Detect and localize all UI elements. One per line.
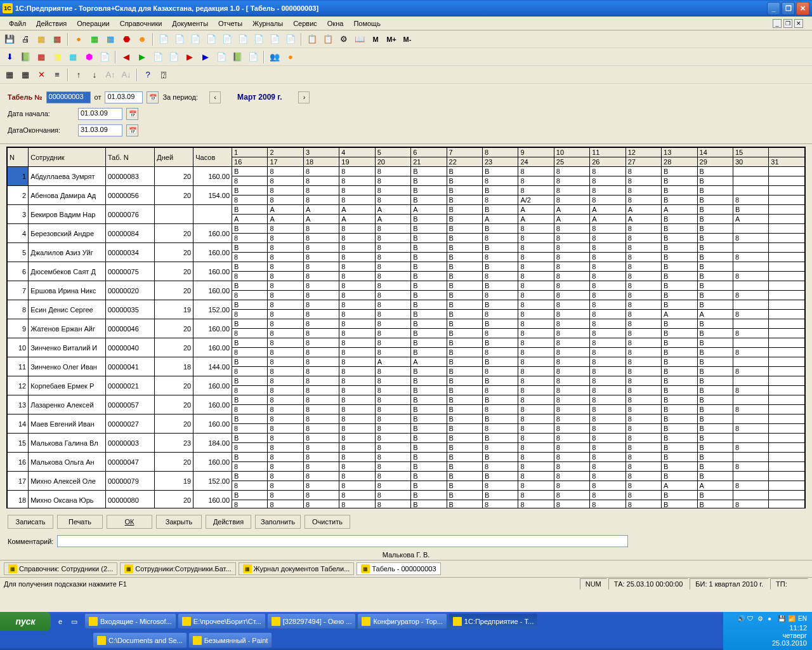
- taskbar-task[interactable]: 1С:Предприятие - Т...: [449, 613, 538, 629]
- period-prev-button[interactable]: ‹: [209, 91, 221, 103]
- table-row[interactable]: 3Бекиров Вадим Нар00000076ВАААААВВАААААВ…: [8, 205, 805, 215]
- table-row[interactable]: 12Корпебаев Ермек Р0000002120160.00В8888…: [8, 376, 805, 386]
- tool-icon[interactable]: 📄: [268, 32, 282, 46]
- calendar-icon[interactable]: 📅: [126, 124, 138, 136]
- menu-documents[interactable]: Документы: [167, 18, 213, 29]
- tool-icon[interactable]: ▦: [34, 32, 48, 46]
- tool-icon[interactable]: ▦: [3, 68, 16, 82]
- tool-icon[interactable]: 📄: [246, 50, 260, 64]
- menu-journals[interactable]: Журналы: [247, 18, 288, 29]
- end-input[interactable]: 31.03.09: [78, 124, 122, 136]
- tray-icon[interactable]: ⚙: [757, 615, 766, 624]
- whatsthis-icon[interactable]: ⍰: [157, 68, 171, 82]
- tool-icon[interactable]: ⬢: [82, 50, 96, 64]
- sort-desc-icon[interactable]: A↓: [119, 68, 133, 82]
- tool-icon[interactable]: ▦: [66, 50, 80, 64]
- taskbar-task[interactable]: Безымянный - Paint: [188, 632, 273, 648]
- table-row[interactable]: 9Жатенов Ержан Айг0000004620160.00В8888В…: [8, 319, 805, 329]
- menu-references[interactable]: Справочники: [115, 18, 167, 29]
- tool-icon[interactable]: 📄: [236, 32, 250, 46]
- tool-icon[interactable]: ≡: [50, 68, 64, 82]
- sort-asc-icon[interactable]: A↑: [103, 68, 117, 82]
- window-tab[interactable]: ▦Журнал документов Табели...: [239, 562, 355, 575]
- ie-icon[interactable]: e: [55, 616, 66, 627]
- m-button[interactable]: M: [369, 32, 383, 46]
- desktop-icon[interactable]: ▭: [69, 616, 80, 627]
- tool-icon[interactable]: ✕: [34, 68, 48, 82]
- menu-operations[interactable]: Операции: [72, 18, 114, 29]
- tool-icon[interactable]: ▦: [50, 50, 64, 64]
- tool-icon[interactable]: 📄: [151, 50, 165, 64]
- mdi-restore-icon[interactable]: ❐: [783, 19, 792, 28]
- tool-icon[interactable]: 📄: [214, 50, 228, 64]
- table-row[interactable]: 8Есин Денис Сергее0000003519152.00В8888В…: [8, 300, 805, 310]
- mdi-close-icon[interactable]: ✕: [794, 19, 803, 28]
- ok-button[interactable]: ОК: [107, 515, 152, 529]
- table-row[interactable]: 14Маев Евгений Иван0000002720160.00В8888…: [8, 415, 805, 424]
- comment-input[interactable]: [57, 535, 628, 547]
- period-next-button[interactable]: ›: [298, 91, 310, 103]
- calendar-icon[interactable]: 📅: [126, 108, 138, 120]
- tool-icon[interactable]: ▶: [183, 50, 197, 64]
- tool-icon[interactable]: ▦: [88, 32, 102, 46]
- tool-icon[interactable]: 📄: [252, 32, 266, 46]
- table-row[interactable]: 5Джалилов Азиз Уйг0000003420160.00В8888В…: [8, 243, 805, 253]
- table-row[interactable]: 17Михно Алексей Оле0000007919152.00В8888…: [8, 472, 805, 481]
- table-row[interactable]: 1Абдуллаева Зумрят0000008320160.00В8888В…: [8, 167, 805, 176]
- table-row[interactable]: 10Зинченко Виталий И0000004020160.00В888…: [8, 338, 805, 348]
- tool-icon[interactable]: ⬣: [119, 32, 133, 46]
- help-icon[interactable]: ?: [141, 68, 155, 82]
- mdi-minimize-icon[interactable]: _: [773, 19, 782, 28]
- close2-button[interactable]: Закрыть: [156, 515, 202, 529]
- tray-icon[interactable]: 📶: [788, 615, 797, 624]
- menu-service[interactable]: Сервис: [288, 18, 322, 29]
- menu-windows[interactable]: Окна: [322, 18, 349, 29]
- table-row[interactable]: 16Малькова Ольга Ан0000004720160.00В8888…: [8, 453, 805, 462]
- down-arrow-icon[interactable]: ⬇: [3, 50, 16, 64]
- table-row[interactable]: 15Малькова Галина Вл0000000323184.00В888…: [8, 434, 805, 443]
- tray-icon[interactable]: 🛡: [747, 615, 756, 624]
- tool-icon[interactable]: 👥: [268, 50, 282, 64]
- tool-icon[interactable]: 📄: [284, 32, 298, 46]
- actions-button[interactable]: Действия: [206, 515, 251, 529]
- tool-icon[interactable]: ●: [284, 50, 298, 64]
- table-row[interactable]: 13Лазаренко Алексей0000005720160.00В8888…: [8, 395, 805, 405]
- timesheet-grid[interactable]: NСотрудникТаб. NДнейЧасов123456789101112…: [6, 147, 806, 508]
- tool-icon[interactable]: ▶: [199, 50, 213, 64]
- save-button[interactable]: Записать: [8, 515, 53, 529]
- clear-button[interactable]: Очистить: [304, 515, 350, 529]
- table-row[interactable]: 18Михно Оксана Юрь0000008020160.00В8888В…: [8, 491, 805, 500]
- table-row[interactable]: 11Зинченко Олег Иван0000004118144.00В888…: [8, 357, 805, 367]
- menu-reports[interactable]: Отчеты: [213, 18, 247, 29]
- window-tab[interactable]: ▦Справочник: Сотрудники (2...: [4, 562, 117, 575]
- tool-icon[interactable]: ◀: [119, 50, 133, 64]
- menu-help[interactable]: Помощь: [348, 18, 386, 29]
- tool-icon[interactable]: 📄: [220, 32, 234, 46]
- up-arrow-icon[interactable]: ↑: [72, 68, 86, 82]
- tool-icon[interactable]: ▦: [103, 32, 117, 46]
- tool-icon[interactable]: 📄: [173, 32, 187, 46]
- taskbar-task[interactable]: E:\прочее\Борит\Ст...: [178, 613, 266, 629]
- taskbar-task[interactable]: Конфигуратор - Тор...: [357, 613, 447, 629]
- print-icon[interactable]: 🖨: [18, 32, 32, 46]
- tool-icon[interactable]: ▦: [50, 32, 64, 46]
- tool-icon[interactable]: 📗: [230, 50, 244, 64]
- taskbar-task[interactable]: [328297494] - Окно ...: [267, 613, 357, 629]
- close-button[interactable]: ✕: [796, 2, 809, 15]
- table-row[interactable]: 4Березовский Андре0000008420160.00В8888В…: [8, 224, 805, 234]
- start-button[interactable]: пуск: [0, 612, 51, 631]
- tool-icon[interactable]: 📄: [167, 50, 181, 64]
- from-input[interactable]: 01.03.09: [105, 91, 143, 103]
- table-row[interactable]: 2Абенова Дамира Ад0000005620154.00В8888В…: [8, 186, 805, 196]
- tool-icon[interactable]: 📋: [305, 32, 319, 46]
- tray-icon[interactable]: 🔊: [737, 615, 746, 624]
- tool-icon[interactable]: ▦: [18, 68, 32, 82]
- tray-icon[interactable]: 💾: [778, 615, 787, 624]
- taskbar-task[interactable]: C:\Documents and Se...: [93, 632, 187, 648]
- tray-icon[interactable]: ●: [768, 615, 776, 624]
- tool-icon[interactable]: ⚙: [337, 32, 351, 46]
- window-tab[interactable]: ▦Сотрудники:Сотрудники.Бат...: [120, 562, 235, 575]
- menu-file[interactable]: Файл: [4, 18, 31, 29]
- calendar-icon[interactable]: 📅: [147, 91, 159, 103]
- m-minus-button[interactable]: M-: [400, 32, 414, 46]
